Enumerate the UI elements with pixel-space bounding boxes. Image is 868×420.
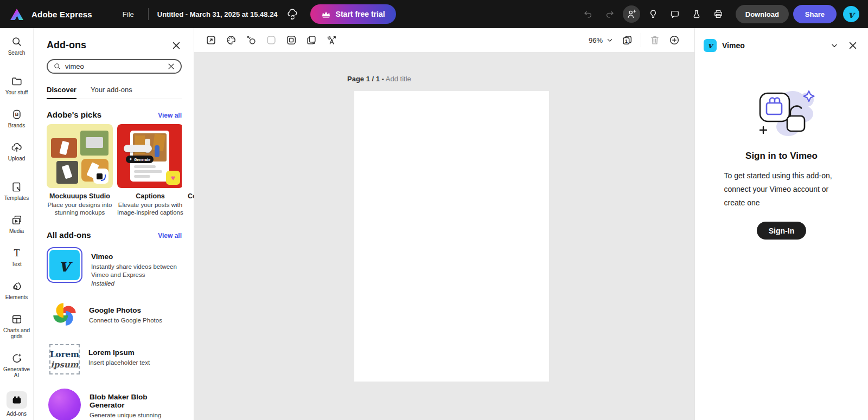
left-navigation-rail: Search Your stuff B Brands Upload Templa… xyxy=(0,28,34,420)
search-icon xyxy=(53,62,61,70)
all-add-ons-view-all-link[interactable]: View all xyxy=(158,232,182,240)
add-ons-search-field[interactable] xyxy=(47,59,182,74)
tab-your-add-ons[interactable]: Your add-ons xyxy=(91,86,132,99)
sidebar-item-media[interactable]: Media xyxy=(1,210,33,238)
cloud-sync-icon[interactable] xyxy=(286,8,298,20)
add-on-description: Instantly share videos between Vimeo and… xyxy=(91,263,178,279)
adobes-picks-heading: Adobe's picks xyxy=(47,110,101,119)
collapse-panel-chevron-icon[interactable] xyxy=(830,41,839,50)
page-indicator-label: Page 1 / 1 - xyxy=(347,75,384,83)
sidebar-item-your-stuff[interactable]: Your stuff xyxy=(1,71,33,100)
start-free-trial-button[interactable]: Start free trial xyxy=(310,4,396,24)
ideas-button[interactable] xyxy=(644,5,662,23)
add-ons-tabs: Discover Your add-ons xyxy=(47,86,182,99)
add-on-name: Vimeo xyxy=(91,253,178,261)
vimeo-selected-border: v xyxy=(47,247,82,283)
sidebar-item-charts-and-grids[interactable]: Charts and grids xyxy=(1,309,33,344)
add-on-list-item-vimeo[interactable]: v Vimeo Instantly share videos between V… xyxy=(47,247,182,287)
lorem-ipsum-icon: Lorem ipsum xyxy=(49,344,80,374)
svg-text:T: T xyxy=(14,248,20,259)
svg-text:1: 1 xyxy=(625,38,628,44)
crown-icon xyxy=(321,10,331,18)
duplicate-pages-icon[interactable] xyxy=(305,34,317,46)
all-add-ons-heading: All add-ons xyxy=(47,230,91,240)
heart-icon: ♥ xyxy=(171,173,175,182)
undo-button[interactable] xyxy=(579,5,597,23)
sign-in-body-text: To get started using this add-on, connec… xyxy=(724,169,839,210)
tab-discover[interactable]: Discover xyxy=(47,86,76,99)
add-page-icon[interactable] xyxy=(668,34,680,46)
add-ons-case-icon xyxy=(11,394,23,406)
google-photos-icon xyxy=(49,299,80,330)
chevron-down-icon xyxy=(606,36,614,44)
delete-page-icon[interactable] xyxy=(649,34,661,46)
zoom-level: 96% xyxy=(589,36,603,44)
invite-people-button[interactable] xyxy=(623,5,640,23)
color-palette-icon[interactable] xyxy=(225,34,237,46)
add-on-list-item-blob-maker[interactable]: Blob Maker Blob Generator Generate uniqu… xyxy=(47,389,182,420)
add-on-name: Google Photos xyxy=(89,306,176,314)
person-add-icon xyxy=(626,9,637,20)
add-on-list-item-google-photos[interactable]: Google Photos Connect to Google Photos xyxy=(47,299,182,330)
vimeo-app-icon: v xyxy=(49,250,80,280)
add-on-description: Generate unique stunning looking xyxy=(90,411,176,420)
card-description: Place your designs into stunning mockups xyxy=(47,202,113,216)
sidebar-item-brands[interactable]: B Brands xyxy=(1,104,33,133)
mockup-art-tile xyxy=(51,138,77,158)
template-icon xyxy=(11,181,23,193)
grid-table-icon xyxy=(11,313,23,325)
captions-generate-pill: ✦ Generate xyxy=(126,156,154,163)
document-page[interactable] xyxy=(354,91,549,382)
add-title-placeholder[interactable]: Add title xyxy=(386,75,411,83)
redo-button[interactable] xyxy=(601,5,618,23)
add-on-status: Installed xyxy=(91,280,178,287)
vimeo-account-avatar[interactable]: v xyxy=(843,6,859,22)
card-captions[interactable]: ✦ Generate ♥ xyxy=(117,124,182,188)
download-button[interactable]: Download xyxy=(736,5,789,23)
document-title[interactable]: Untitled - March 31, 2025 at 15.48.24 xyxy=(157,10,278,18)
border-style-icon[interactable] xyxy=(265,34,277,46)
text-icon: T xyxy=(11,247,23,259)
close-add-ons-panel-icon[interactable] xyxy=(171,40,182,51)
search-icon xyxy=(11,36,23,48)
card-mockuuups-studio[interactable] xyxy=(47,124,113,188)
search-input[interactable] xyxy=(65,62,163,70)
sidebar-item-text[interactable]: T Text xyxy=(1,243,33,272)
file-menu[interactable]: File xyxy=(123,10,134,18)
sign-in-heading: Sign in to Vimeo xyxy=(695,151,868,161)
add-on-list-item-lorem-ipsum[interactable]: Lorem ipsum Lorem Ipsum Insert placehold… xyxy=(47,344,182,374)
brand-badge-icon: B xyxy=(11,108,23,120)
media-icon xyxy=(11,214,23,226)
sign-in-button[interactable]: Sign-In xyxy=(757,222,806,240)
beta-features-button[interactable] xyxy=(688,5,705,23)
print-button[interactable] xyxy=(710,5,727,23)
card-name[interactable]: Captions xyxy=(117,192,183,200)
frame-icon[interactable] xyxy=(285,34,297,46)
add-on-description: Insert placeholder text xyxy=(88,359,175,367)
comment-icon xyxy=(669,9,680,20)
pages-indicator[interactable]: 1 xyxy=(621,34,633,46)
zoom-control[interactable]: 96% xyxy=(589,36,614,44)
redo-icon xyxy=(604,9,615,20)
app-name: Adobe Express xyxy=(31,10,92,19)
sidebar-item-add-ons[interactable]: Add-ons xyxy=(1,387,33,420)
clear-search-icon[interactable] xyxy=(167,62,175,70)
share-button[interactable]: Share xyxy=(793,5,837,23)
resize-icon[interactable] xyxy=(205,34,217,46)
adobes-picks-carousel: ✦ Generate ♥ xyxy=(47,124,182,188)
close-vimeo-panel-icon[interactable] xyxy=(847,40,858,51)
translate-icon[interactable] xyxy=(326,34,337,46)
adobe-express-logo[interactable] xyxy=(10,8,24,21)
sidebar-item-elements[interactable]: Elements xyxy=(1,276,33,305)
sidebar-item-generative-ai[interactable]: Generative AI xyxy=(1,348,33,383)
sidebar-item-upload[interactable]: Upload xyxy=(1,137,33,166)
card-name-partial[interactable]: Colo xyxy=(188,192,194,200)
mockup-art-tile xyxy=(80,131,108,156)
card-name[interactable]: Mockuuups Studio xyxy=(47,192,113,200)
sidebar-item-templates[interactable]: Templates xyxy=(1,177,33,205)
comments-button[interactable] xyxy=(666,5,684,23)
animate-icon[interactable] xyxy=(245,34,257,46)
sidebar-item-search[interactable]: Search xyxy=(1,31,33,60)
svg-text:B: B xyxy=(15,112,18,117)
adobes-picks-view-all-link[interactable]: View all xyxy=(158,112,182,119)
